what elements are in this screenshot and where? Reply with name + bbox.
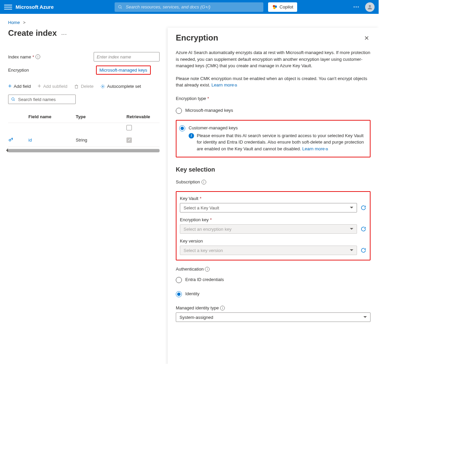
copilot-label: Copilot bbox=[280, 4, 293, 9]
info-icon[interactable]: i bbox=[220, 306, 225, 310]
encryption-key-select: Select an encryption key bbox=[180, 224, 357, 234]
radio-label-customer-managed: Customer-managed keys bbox=[189, 125, 367, 130]
chevron-right-icon: > bbox=[22, 20, 25, 25]
field-name[interactable]: id bbox=[28, 137, 76, 143]
hamburger-icon[interactable] bbox=[4, 3, 12, 11]
retrievable-all-checkbox[interactable] bbox=[126, 125, 132, 130]
encryption-type-radio-group: Microsoft-managed keys Customer-managed … bbox=[176, 106, 371, 158]
refresh-icon[interactable] bbox=[360, 205, 366, 211]
autocomplete-button[interactable]: Autocomplete set bbox=[100, 84, 141, 89]
copilot-icon bbox=[272, 4, 278, 10]
info-icon[interactable]: i bbox=[35, 54, 40, 59]
radio-customer-managed[interactable] bbox=[179, 125, 185, 131]
close-icon[interactable]: ✕ bbox=[363, 33, 371, 43]
radio-microsoft-managed[interactable] bbox=[176, 108, 182, 114]
breadcrumb: Home > bbox=[8, 20, 160, 25]
brand[interactable]: Microsoft Azure bbox=[16, 4, 54, 10]
fields-toolbar: + Add field + Add subfield Delete Autoco… bbox=[8, 83, 160, 90]
chevron-down-icon bbox=[350, 228, 353, 231]
key-version-label: Key version bbox=[180, 238, 366, 244]
more-icon[interactable] bbox=[352, 6, 360, 7]
encryption-panel: Encryption ✕ Azure AI Search automatical… bbox=[168, 28, 379, 364]
radio-label-identity: Identity bbox=[185, 291, 199, 296]
page-actions-icon[interactable]: ··· bbox=[62, 32, 67, 37]
customer-managed-info: Please ensure that this AI search servic… bbox=[197, 132, 367, 152]
managed-identity-label: Managed identity type i bbox=[176, 305, 371, 310]
index-name-label: Index name * i bbox=[8, 54, 94, 59]
copilot-button[interactable]: Copilot bbox=[268, 2, 297, 12]
svg-point-0 bbox=[118, 5, 121, 8]
svg-point-4 bbox=[273, 7, 276, 9]
learn-more-link[interactable]: Learn more⧉ bbox=[212, 82, 237, 87]
main-page: Home > Create index ··· Index name * i E… bbox=[0, 14, 168, 152]
radio-label-entra-id: Entra ID credentials bbox=[185, 277, 224, 282]
plus-icon: + bbox=[8, 83, 12, 90]
breadcrumb-home[interactable]: Home bbox=[8, 20, 20, 25]
key-selection-title: Key selection bbox=[176, 166, 371, 173]
panel-title: Encryption bbox=[176, 33, 363, 43]
col-field-name[interactable]: Field name bbox=[28, 114, 76, 119]
page-title: Create index bbox=[8, 28, 57, 38]
delete-button: Delete bbox=[74, 84, 94, 89]
chevron-down-icon bbox=[363, 316, 367, 320]
field-search-box[interactable] bbox=[8, 95, 76, 104]
managed-identity-select[interactable]: System-assigned bbox=[176, 312, 371, 322]
field-type: String bbox=[76, 137, 126, 143]
gear-icon bbox=[100, 84, 105, 89]
encryption-link[interactable]: Microsoft-managed keys bbox=[96, 66, 151, 75]
authentication-label: Authentication i bbox=[176, 267, 371, 272]
plus-icon: + bbox=[38, 83, 41, 90]
radio-identity[interactable] bbox=[176, 291, 182, 297]
key-version-select: Select a key version bbox=[180, 246, 357, 255]
avatar[interactable] bbox=[365, 2, 375, 12]
search-box[interactable] bbox=[115, 2, 263, 12]
chevron-down-icon bbox=[350, 249, 353, 253]
key-vault-select[interactable]: Select a Key Vault bbox=[180, 203, 357, 212]
horizontal-scrollbar[interactable] bbox=[8, 149, 160, 152]
topbar: Microsoft Azure Copilot bbox=[0, 0, 379, 14]
add-field-button[interactable]: + Add field bbox=[8, 83, 31, 90]
external-link-icon: ⧉ bbox=[235, 83, 237, 87]
trash-icon bbox=[74, 84, 79, 89]
svg-line-11 bbox=[14, 100, 15, 101]
search-icon bbox=[118, 5, 122, 9]
table-row[interactable]: id String bbox=[8, 133, 160, 147]
info-icon[interactable]: i bbox=[205, 267, 210, 272]
encryption-type-label: Encryption type * bbox=[176, 96, 371, 101]
panel-description-1: Azure AI Search automatically encrypts d… bbox=[176, 49, 371, 69]
svg-rect-6 bbox=[75, 85, 78, 88]
col-retrievable[interactable]: Retrievable bbox=[126, 114, 160, 119]
index-name-input[interactable] bbox=[94, 52, 160, 61]
panel-description-2: Please note CMK encryption must be enabl… bbox=[176, 75, 371, 89]
info-icon[interactable]: i bbox=[201, 180, 206, 184]
refresh-icon[interactable] bbox=[360, 247, 366, 253]
fields-table: Field name Type Retrievable id String bbox=[8, 111, 160, 147]
subscription-label: Subscription i bbox=[176, 179, 371, 184]
radio-label-microsoft-managed: Microsoft-managed keys bbox=[185, 108, 233, 113]
field-search-input[interactable] bbox=[18, 97, 73, 102]
learn-more-link-2[interactable]: Learn more⧉ bbox=[302, 146, 328, 151]
svg-point-5 bbox=[369, 5, 371, 7]
retrievable-checkbox bbox=[126, 137, 132, 143]
svg-point-10 bbox=[12, 98, 14, 100]
external-link-icon: ⧉ bbox=[326, 147, 328, 151]
key-vault-label: Key Vault * bbox=[180, 196, 366, 201]
encryption-label: Encryption bbox=[8, 68, 96, 73]
encryption-key-label: Encryption key * bbox=[180, 217, 366, 222]
search-input[interactable] bbox=[125, 4, 260, 10]
info-icon: i bbox=[189, 133, 194, 138]
svg-line-1 bbox=[121, 7, 122, 8]
svg-point-9 bbox=[102, 86, 103, 87]
svg-point-12 bbox=[9, 139, 11, 141]
add-subfield-button: + Add subfield bbox=[38, 83, 67, 90]
refresh-icon[interactable] bbox=[360, 226, 366, 232]
key-icon bbox=[8, 137, 28, 143]
chevron-down-icon bbox=[350, 207, 353, 210]
col-type[interactable]: Type bbox=[76, 114, 126, 119]
radio-entra-id[interactable] bbox=[176, 277, 182, 283]
search-icon bbox=[11, 97, 16, 102]
